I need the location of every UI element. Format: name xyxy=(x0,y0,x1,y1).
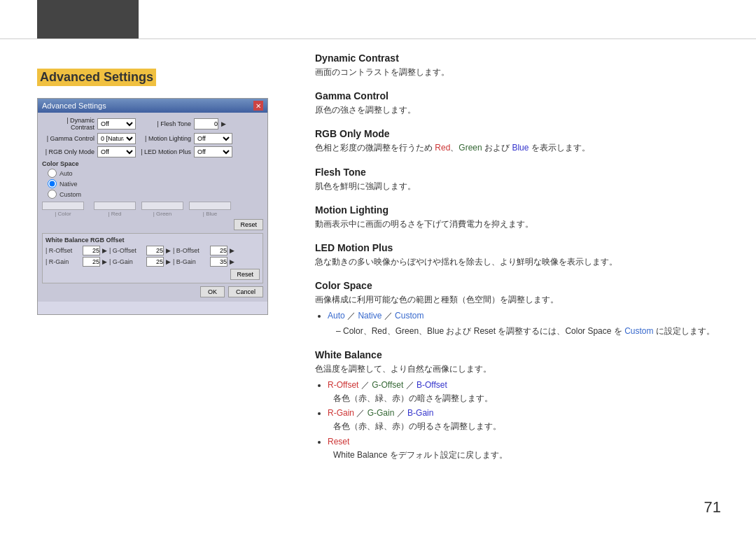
wb-input-bgain[interactable] xyxy=(210,257,227,267)
color-space-radio-group: Auto Native Custom xyxy=(48,169,263,199)
link-boffset: B-Offset xyxy=(416,380,447,390)
link-green: Green xyxy=(458,143,482,153)
title-color-space: Color Space xyxy=(315,280,721,291)
wb-input-goffset[interactable] xyxy=(146,246,164,255)
white-balance-bullets: R-Offset ／ G-Offset ／ B-Offset 各色（赤、緑、赤）… xyxy=(328,379,721,462)
page-number: 71 xyxy=(704,498,721,517)
text-led-motion-plus: 急な動きの多い映像からぼやけや揺れを除去し、より鮮明な映像を表示します。 xyxy=(315,255,721,269)
text-color-space: 画像構成に利用可能な色の範囲と種類（色空間）を調整します。 xyxy=(315,293,721,307)
select-motion-lighting[interactable]: Off xyxy=(194,133,232,144)
link-rgain: R-Gain xyxy=(328,408,354,418)
wb-arrow-bgain[interactable]: ▶ xyxy=(230,258,234,265)
label-led-motion-plus: | LED Motion Plus xyxy=(139,148,191,155)
color-input-red: | Red xyxy=(94,202,136,217)
separator-1: ／ xyxy=(347,311,358,321)
wb-label-roffset: | R-Offset xyxy=(46,247,80,254)
title-gamma-control: Gamma Control xyxy=(315,90,721,101)
wb-arrow-roffset[interactable]: ▶ xyxy=(102,247,107,254)
text-dynamic-contrast: 画面のコントラストを調整します。 xyxy=(315,66,721,79)
title-white-balance: White Balance xyxy=(315,349,721,360)
select-rgb-only-mode[interactable]: Off xyxy=(97,146,136,157)
link-red: Red xyxy=(435,143,450,153)
section-gamma-control: Gamma Control 原色の強さを調整します。 xyxy=(315,90,721,117)
wb-label-rgain: | R-Gain xyxy=(46,258,80,265)
link-native: Native xyxy=(358,311,382,321)
link-roffset: R-Offset xyxy=(328,380,358,390)
input-flesh-tone[interactable] xyxy=(194,118,218,129)
slider-green xyxy=(141,202,183,210)
link-custom: Custom xyxy=(395,311,424,321)
section-motion-lighting: Motion Lighting 動画表示中に画面の明るさを下げて消費電力を抑えま… xyxy=(315,204,721,231)
link-bgain: B-Gain xyxy=(407,408,433,418)
bullet-wb-reset: Reset White Balance をデフォルト設定に戻します。 xyxy=(328,435,721,462)
wb-arrow-goffset[interactable]: ▶ xyxy=(166,247,171,254)
label-dynamic-contrast: | Dynamic Contrast xyxy=(42,117,94,131)
section-color-space: Color Space 画像構成に利用可能な色の範囲と種類（色空間）を調整します… xyxy=(315,280,721,338)
title-rgb-only-mode: RGB Only Mode xyxy=(315,128,721,139)
dialog-close-button[interactable]: ✕ xyxy=(253,101,263,111)
wb-row-offset: | R-Offset ▶ | G-Offset ▶ | B-Offset ▶ xyxy=(46,246,260,255)
section-dynamic-contrast: Dynamic Contrast 画面のコントラストを調整します。 xyxy=(315,52,721,79)
select-gamma-control[interactable]: 0 [Natural] xyxy=(97,133,136,144)
text-rgb-only-mode: 色相と彩度の微調整を行うため Red、Green および Blue を表示します… xyxy=(315,141,721,155)
section-rgb-only-mode: RGB Only Mode 色相と彩度の微調整を行うため Red、Green お… xyxy=(315,128,721,155)
sidebar-bar xyxy=(37,0,139,38)
wb-reset-desc: White Balance をデフォルト設定に戻します。 xyxy=(333,450,507,460)
section-led-motion-plus: LED Motion Plus 急な動きの多い映像からぼやけや揺れを除去し、より… xyxy=(315,242,721,269)
text-gamma-control: 原色の強さを調整します。 xyxy=(315,104,721,117)
dialog-row-3: | RGB Only Mode Off | LED Motion Plus Of… xyxy=(42,146,263,157)
radio-auto[interactable]: Auto xyxy=(48,169,263,178)
radio-custom-label: Custom xyxy=(59,191,81,198)
color-input-green: | Green xyxy=(141,202,183,217)
color-space-label: Color Space xyxy=(42,160,263,167)
color-slider-row: | Color | Red | Green | Blue xyxy=(42,202,263,217)
slider-red xyxy=(94,202,136,210)
wb-label-ggain: | G-Gain xyxy=(109,258,144,265)
wb-reset-button[interactable]: Reset xyxy=(230,269,260,280)
dialog-title: Advanced Settings xyxy=(42,101,106,110)
dialog-inner: Advanced Settings ✕ | Dynamic Contrast O… xyxy=(38,99,267,314)
select-dynamic-contrast[interactable]: Off xyxy=(97,118,136,129)
sep-gain-1: ／ xyxy=(356,408,367,418)
content-area: Dynamic Contrast 画面のコントラストを調整します。 Gamma … xyxy=(315,52,721,492)
wb-input-rgain[interactable] xyxy=(83,257,100,267)
title-dynamic-contrast: Dynamic Contrast xyxy=(315,52,721,64)
dialog-screenshot: Advanced Settings ✕ | Dynamic Contrast O… xyxy=(37,98,268,315)
radio-auto-input[interactable] xyxy=(48,169,57,178)
dialog-row-2: | Gamma Control 0 [Natural] | Motion Lig… xyxy=(42,133,263,144)
radio-auto-label: Auto xyxy=(59,170,73,177)
color-reset-button[interactable]: Reset xyxy=(234,219,263,230)
slider-blue xyxy=(189,202,231,210)
wb-arrow-boffset[interactable]: ▶ xyxy=(230,247,234,254)
bullet-color-space-options: Auto ／ Native ／ Custom xyxy=(328,309,721,323)
sep-offset-1: ／ xyxy=(361,380,372,390)
wb-label-goffset: | G-Offset xyxy=(109,247,144,254)
wb-input-ggain[interactable] xyxy=(146,257,164,267)
label-flesh-tone: | Flesh Tone xyxy=(139,120,191,127)
wb-arrow-ggain[interactable]: ▶ xyxy=(166,258,171,265)
radio-custom[interactable]: Custom xyxy=(48,190,263,199)
wb-label-bgain: | B-Gain xyxy=(173,258,208,265)
radio-native[interactable]: Native xyxy=(48,179,263,188)
link-blue: Blue xyxy=(512,143,528,153)
link-ggain: G-Gain xyxy=(368,408,395,418)
section-flesh-tone: Flesh Tone 肌色を鮮明に強調します。 xyxy=(315,167,721,193)
slider-color xyxy=(42,202,84,210)
label-rgb-only-mode: | RGB Only Mode xyxy=(42,148,94,155)
bullet-wb-offset: R-Offset ／ G-Offset ／ B-Offset 各色（赤、緑、赤）… xyxy=(328,379,721,405)
link-custom-sub: Custom xyxy=(624,326,653,336)
wb-input-roffset[interactable] xyxy=(83,246,100,255)
color-input-color: | Color xyxy=(42,202,84,217)
dialog-titlebar: Advanced Settings ✕ xyxy=(38,99,267,113)
title-flesh-tone: Flesh Tone xyxy=(315,167,721,178)
arrow-flesh-right[interactable]: ▶ xyxy=(221,120,226,127)
cancel-button[interactable]: Cancel xyxy=(228,286,263,297)
wb-arrow-rgain[interactable]: ▶ xyxy=(102,258,107,265)
radio-custom-input[interactable] xyxy=(48,190,57,199)
wb-input-boffset[interactable] xyxy=(210,246,227,255)
wb-label-boffset: | B-Offset xyxy=(173,247,208,254)
select-led-motion-plus[interactable]: Off xyxy=(194,146,232,157)
radio-native-input[interactable] xyxy=(48,179,57,188)
text-white-balance: 色温度を調整して、より自然な画像にします。 xyxy=(315,363,721,376)
ok-button[interactable]: OK xyxy=(200,286,225,297)
